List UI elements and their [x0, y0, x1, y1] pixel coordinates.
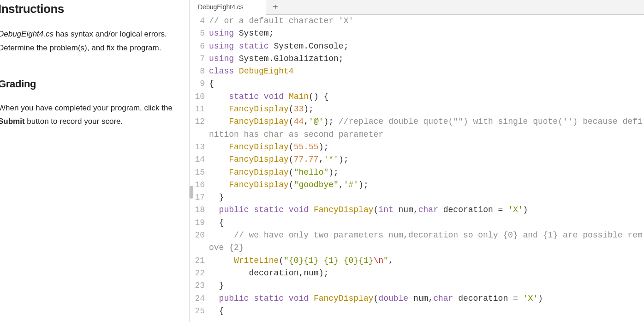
code-line[interactable]: } [209, 191, 644, 204]
line-number: 21 [190, 255, 205, 267]
token: ); [339, 155, 349, 164]
code-line[interactable]: using static System.Console; [209, 40, 644, 53]
code-line[interactable]: public static void FancyDisplay(double n… [209, 292, 644, 305]
line-number: 4 [190, 15, 205, 27]
token: num, [394, 205, 418, 214]
token: '#' [344, 180, 358, 189]
token: ); [304, 104, 314, 114]
token: { [209, 79, 214, 88]
code-line[interactable]: FancyDisplay(44,'@'); //replace double q… [209, 115, 644, 141]
token: ) [538, 294, 543, 303]
line-number: 12 [190, 115, 205, 128]
code-line[interactable]: static void Main() { [209, 91, 644, 103]
token [209, 294, 219, 303]
token: FancyDisplay [314, 205, 374, 214]
token [234, 67, 239, 76]
token: ); [358, 180, 369, 189]
token: System.Globalization; [234, 54, 344, 63]
token: "{0}{1} {1} {0}{1} [284, 256, 373, 265]
token: using [209, 54, 234, 63]
token: , [319, 155, 324, 164]
token: 33 [294, 104, 304, 114]
code-line[interactable]: { [209, 217, 644, 229]
token [249, 294, 254, 303]
token: double [378, 294, 408, 303]
code-line[interactable]: { [209, 305, 644, 317]
line-number: 7 [190, 53, 205, 65]
token: FancyDisplay [229, 142, 289, 152]
editor-area: DebugEight4.cs + 45678910111213141516171… [190, 0, 644, 322]
instructions-heading: Instructions [0, 2, 181, 16]
token [209, 231, 234, 240]
token: , [304, 117, 309, 126]
line-number: 8 [190, 65, 205, 78]
grading-submit-word: Submit [0, 117, 25, 126]
code-line[interactable]: decoration,num); [209, 267, 644, 279]
code-line[interactable]: // or a default character 'X' [209, 15, 644, 27]
line-number-wrap-blank [190, 242, 205, 254]
token: void [289, 205, 309, 214]
token: " [383, 256, 388, 265]
token: 55.55 [294, 142, 319, 152]
token: public [219, 294, 249, 303]
code-line[interactable]: FancyDisplay(33); [209, 103, 644, 115]
line-number: 25 [190, 305, 205, 317]
token [234, 42, 239, 51]
code-editor[interactable]: 45678910111213141516171819202122232425 /… [190, 15, 644, 322]
token: FancyDisplay [229, 155, 289, 164]
token: , [388, 256, 394, 265]
code-line[interactable]: FancyDisplay(77.77,'*'); [209, 153, 644, 166]
token: int [378, 205, 393, 214]
code-line[interactable]: // we have only two parameters num,decor… [209, 229, 644, 255]
token [209, 92, 229, 101]
code-line[interactable]: FancyDisplay(55.55); [209, 141, 644, 153]
token [209, 117, 229, 126]
code-line[interactable]: using System.Globalization; [209, 53, 644, 65]
token: '@' [309, 117, 323, 126]
token: ) [523, 205, 528, 214]
token [209, 142, 229, 152]
code-line[interactable]: using System; [209, 27, 644, 40]
token: 'X' [523, 294, 538, 303]
new-tab-button[interactable]: + [266, 0, 285, 14]
code-line[interactable]: { [209, 78, 644, 90]
scrollbar-thumb[interactable] [190, 186, 193, 199]
token [284, 92, 289, 101]
token: FancyDisplay [229, 168, 289, 177]
token: FancyDisplay [229, 117, 289, 126]
code-line[interactable]: FancyDisplay("goodbye",'#'); [209, 179, 644, 191]
token: System.Console; [269, 42, 349, 51]
line-number: 22 [190, 267, 205, 279]
line-number: 13 [190, 141, 205, 153]
instructions-body: DebugEight4.cs has syntax and/or logical… [0, 27, 176, 55]
token: decoration = [438, 205, 508, 214]
code-line[interactable]: public static void FancyDisplay(int num,… [209, 204, 644, 216]
code-line[interactable]: FancyDisplay("hello"); [209, 166, 644, 179]
token: // we have only two parameters num,decor… [209, 231, 643, 252]
token: char [418, 205, 438, 214]
token: ); [328, 168, 339, 177]
token: Main [289, 92, 309, 101]
code-line[interactable]: } [209, 279, 644, 292]
instructions-filename: DebugEight4.cs [0, 30, 54, 38]
code-line[interactable]: WriteLine("{0}{1} {1} {0}{1}\n", [209, 255, 644, 267]
token: DebugEight4 [239, 67, 294, 76]
token [284, 294, 289, 303]
app-root: Instructions DebugEight4.cs has syntax a… [0, 0, 644, 322]
token: { [209, 218, 224, 227]
code-line[interactable]: class DebugEight4 [209, 65, 644, 78]
line-number: 19 [190, 217, 205, 229]
token [209, 180, 229, 189]
token: using [209, 29, 234, 38]
tab-debugeight4[interactable]: DebugEight4.cs [190, 0, 266, 15]
token: FancyDisplay [229, 180, 289, 189]
token: ( [374, 294, 379, 303]
token: void [264, 92, 284, 101]
token: ( [374, 205, 379, 214]
code-content[interactable]: // or a default character 'X'using Syste… [207, 15, 644, 322]
token: 77.77 [294, 155, 319, 164]
token: \n [373, 256, 383, 265]
token: public [219, 205, 249, 214]
token: FancyDisplay [314, 294, 374, 303]
token: ( [289, 142, 294, 152]
